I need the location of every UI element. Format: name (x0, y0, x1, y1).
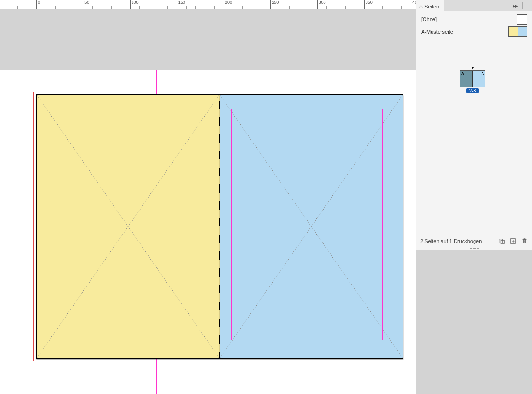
ruler-tick-minor (65, 6, 65, 9)
ruler-tick-minor (195, 6, 196, 9)
master-thumb-left (509, 27, 518, 36)
ruler-tick-minor (289, 6, 290, 9)
pages-panel: ◇ Seiten ▸▸ ≡ [Ohne] A-Musterseite ▼ (416, 0, 532, 250)
new-page-icon[interactable] (509, 237, 517, 245)
page-thumb-left[interactable]: A (460, 71, 473, 87)
ruler-tick-major: 250 (270, 0, 279, 9)
master-none-row[interactable]: [Ohne] (416, 13, 532, 25)
ruler-tick-minor (252, 6, 252, 9)
ruler-tick-minor (355, 6, 355, 9)
margin-guide (57, 109, 208, 340)
ruler-tick-minor (345, 6, 346, 9)
ruler-tick-minor (401, 6, 402, 9)
master-none-thumb[interactable] (517, 14, 527, 25)
panel-tab-bar: ◇ Seiten ▸▸ ≡ (416, 0, 532, 11)
ruler-tick-minor (139, 6, 140, 9)
ruler-tick-minor (280, 6, 280, 9)
ruler-tick-minor (336, 6, 336, 9)
panel-menu-icon[interactable]: ≡ (526, 3, 529, 8)
ruler-tick-minor (382, 6, 383, 9)
master-indicator-left: A (461, 71, 464, 75)
ruler-tick-minor (111, 6, 112, 9)
ruler-tick-minor (214, 6, 215, 9)
insert-marker-icon: ▼ (460, 66, 485, 70)
ruler-tick-minor (92, 6, 93, 9)
ruler-tick-major: 350 (364, 0, 373, 9)
ruler-tick-minor (74, 6, 74, 9)
master-a-label: A-Musterseite (421, 29, 453, 34)
delete-page-icon[interactable] (521, 237, 528, 245)
ruler-tick-minor (121, 6, 121, 9)
ruler-tick-minor (167, 6, 168, 9)
horizontal-ruler[interactable]: 050100150200250300350400 (0, 0, 416, 9)
ruler-tick-minor (102, 6, 102, 9)
panel-resize-grip[interactable] (416, 247, 532, 250)
ruler-tick-minor (46, 6, 46, 9)
ruler-tick-major: 50 (83, 0, 89, 9)
pages-tab-label: Seiten (424, 4, 439, 9)
ruler-tick-minor (149, 6, 149, 9)
ruler-tick-minor (158, 6, 158, 9)
svg-rect-9 (523, 239, 525, 243)
page-range-badge: 2-3 (466, 88, 479, 93)
master-none-label: [Ohne] (421, 17, 437, 22)
ruler-tick-minor (326, 6, 327, 9)
ruler-tick-minor (308, 6, 308, 9)
ruler-tick-major: 150 (177, 0, 185, 9)
ruler-tick-minor (261, 6, 261, 9)
pages-tab[interactable]: ◇ Seiten (416, 0, 444, 11)
ruler-tick-minor (242, 6, 243, 9)
spread-thumbnail[interactable]: ▼ A A 2-3 (460, 66, 485, 93)
pasteboard (0, 70, 416, 394)
page-spread[interactable] (36, 94, 403, 359)
ruler-tick-minor (392, 6, 392, 9)
ruler-tick-major: 0 (36, 0, 40, 9)
master-indicator-right: A (482, 71, 484, 75)
document-workspace[interactable] (0, 9, 416, 394)
ruler-tick-minor (205, 6, 205, 9)
margin-guide (231, 109, 383, 340)
ruler-tick-minor (299, 6, 299, 9)
panel-footer: 2 Seiten auf 1 Druckbogen (416, 235, 532, 247)
ruler-tick-minor (55, 6, 56, 9)
ruler-tick-major: 400 (411, 0, 416, 9)
ruler-tick-minor (374, 6, 374, 9)
pages-thumbnail-area[interactable]: ▼ A A 2-3 (416, 52, 532, 235)
master-a-thumb[interactable] (508, 26, 527, 37)
panel-status-text: 2 Seiten auf 1 Druckbogen (420, 238, 482, 244)
ruler-tick-major: 300 (317, 0, 326, 9)
ruler-tick-major: 200 (224, 0, 232, 9)
master-pages-section: [Ohne] A-Musterseite (416, 11, 532, 52)
page-thumb-right[interactable]: A (473, 71, 485, 87)
collapse-panel-icon[interactable]: ▸▸ (513, 3, 518, 9)
page-right[interactable] (220, 94, 403, 359)
ruler-tick-minor (186, 6, 187, 9)
edit-page-size-icon[interactable] (498, 237, 506, 245)
page-left[interactable] (36, 94, 220, 359)
ruler-tick-minor (233, 6, 233, 9)
separator (522, 2, 523, 9)
master-thumb-right (518, 27, 527, 36)
master-a-row[interactable]: A-Musterseite (416, 25, 532, 38)
expand-collapse-icon: ◇ (419, 4, 423, 9)
ruler-tick-major: 100 (130, 0, 139, 9)
